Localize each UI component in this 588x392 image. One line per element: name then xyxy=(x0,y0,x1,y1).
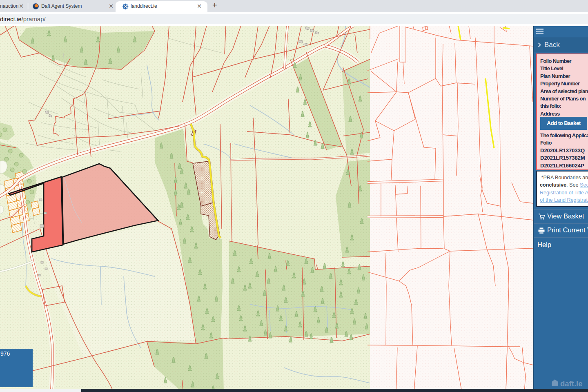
svg-text:daft.ie: daft.ie xyxy=(560,379,582,388)
